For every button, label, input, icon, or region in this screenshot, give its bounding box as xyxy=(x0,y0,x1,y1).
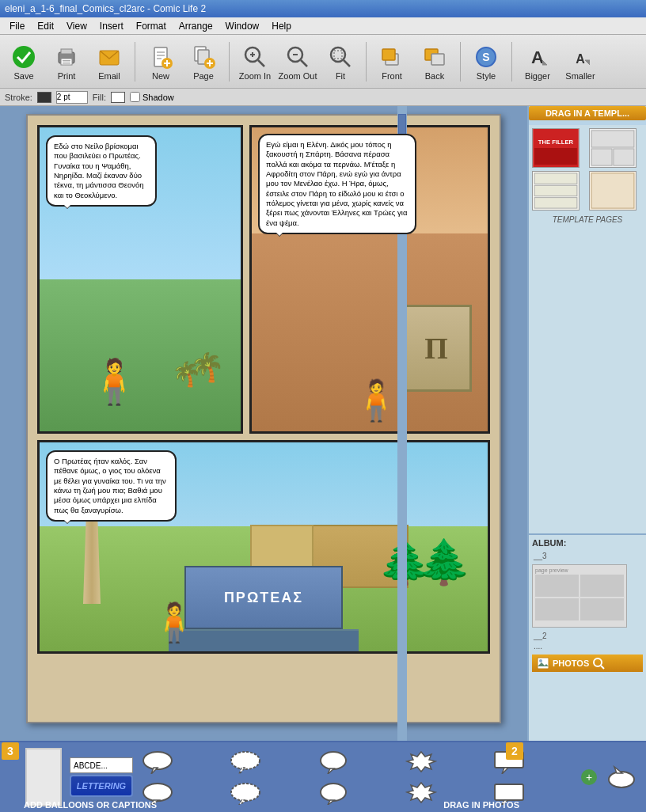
balloon-right-1[interactable] xyxy=(603,763,640,791)
template-thumb-1[interactable]: THE FILLER xyxy=(532,128,580,168)
svg-point-64 xyxy=(143,784,172,801)
sep2 xyxy=(229,42,230,82)
svg-rect-3 xyxy=(61,59,72,65)
svg-point-66 xyxy=(231,784,260,801)
zoom-out-button[interactable]: Zoom Out xyxy=(277,38,318,85)
balloon-dashed-1[interactable] xyxy=(227,748,264,776)
album-page-preview[interactable]: page preview xyxy=(532,564,627,628)
save-button[interactable]: Save xyxy=(3,38,44,85)
shadow-checkbox[interactable] xyxy=(130,92,140,102)
blank-panel-box[interactable] xyxy=(25,748,62,806)
menu-format[interactable]: Format xyxy=(130,19,173,33)
svg-point-53 xyxy=(594,658,602,666)
template-thumb-2[interactable] xyxy=(589,128,636,168)
speech-bubble-2[interactable]: Εγώ είμαι η Ελένη. Δικός μου τόπος η ξακ… xyxy=(258,134,416,234)
page-icon xyxy=(189,43,218,71)
balloon-dashed-2[interactable] xyxy=(227,779,264,807)
fill-label: Fill: xyxy=(93,93,106,102)
fill-color-swatch[interactable] xyxy=(111,92,125,103)
svg-text:A: A xyxy=(576,52,585,66)
shadow-label: Shadow xyxy=(142,93,174,102)
email-button[interactable]: Email xyxy=(89,38,130,85)
balloon-spiky-2[interactable] xyxy=(403,779,439,807)
svg-point-0 xyxy=(13,46,35,68)
section-number-3: 3 xyxy=(2,742,19,760)
style-button[interactable]: S Style xyxy=(466,38,507,85)
smaller-icon: A xyxy=(566,43,595,71)
add-balloons-label: ADD BALLOONS OR CAPTIONS xyxy=(24,800,157,810)
balloon-round-2[interactable] xyxy=(315,779,352,807)
panel-bottom[interactable]: Ο Πρωτέας ήταν καλός. Σαν πέθανε όμως, ο… xyxy=(37,440,490,654)
svg-marker-70 xyxy=(407,783,435,803)
stroke-color-swatch[interactable] xyxy=(37,92,51,103)
add-balloon-button[interactable]: + xyxy=(581,769,597,785)
fit-button[interactable]: Fit xyxy=(320,38,361,85)
palm-tree-2: 🌴 xyxy=(172,360,201,388)
panel-top-left[interactable]: Εδώ στο Νείλο βρίσκομαι που βασιλεύει ο … xyxy=(37,125,243,434)
svg-rect-71 xyxy=(495,784,523,800)
drag-template-header: DRAG IN A TEMPL... xyxy=(529,106,646,120)
template-thumb-4[interactable] xyxy=(589,171,636,211)
figure-helen: 🧍 xyxy=(352,378,401,423)
svg-point-59 xyxy=(321,752,346,769)
album-section: ALBUM: __3 page preview __2 .... xyxy=(529,535,646,741)
template-thumb-3[interactable] xyxy=(532,171,580,211)
album-item-3[interactable]: .... xyxy=(532,641,643,651)
menu-window[interactable]: Window xyxy=(219,19,266,33)
balloon-round-1[interactable] xyxy=(315,748,352,776)
blank-panel-container xyxy=(25,748,66,806)
balloon-spiky-1[interactable] xyxy=(403,748,439,776)
svg-rect-30 xyxy=(382,49,395,60)
album-item-2[interactable]: __2 xyxy=(532,631,643,641)
svg-point-55 xyxy=(143,752,172,769)
drag-photos-label: DRAG IN PHOTOS xyxy=(443,800,519,810)
panel-row-bottom: Ο Πρωτέας ήταν καλός. Σαν πέθανε όμως, ο… xyxy=(37,440,490,654)
menu-edit[interactable]: Edit xyxy=(31,19,60,33)
svg-rect-4 xyxy=(63,60,70,62)
shadow-checkbox-container[interactable]: Shadow xyxy=(130,92,174,102)
bigger-button[interactable]: A Bigger xyxy=(517,38,558,85)
menu-help[interactable]: Help xyxy=(265,19,298,33)
smaller-button[interactable]: A Smaller xyxy=(560,38,601,85)
building-2 xyxy=(250,525,314,572)
speech-bubble-1[interactable]: Εδώ στο Νείλο βρίσκομαι που βασιλεύει ο … xyxy=(46,135,157,207)
svg-rect-2 xyxy=(61,49,72,54)
menu-insert[interactable]: Insert xyxy=(93,19,130,33)
balloon-oval-1[interactable] xyxy=(139,748,176,776)
print-button[interactable]: Print xyxy=(46,38,87,85)
back-button[interactable]: Back xyxy=(414,38,455,85)
svg-line-22 xyxy=(258,60,264,66)
panel-top-right[interactable]: Εγώ είμαι η Ελένη. Δικός μου τόπος η ξακ… xyxy=(249,125,490,434)
template-grid: THE FILLER xyxy=(532,128,643,211)
lettering-box: LETTERING xyxy=(70,757,133,797)
canvas-area[interactable]: Εδώ στο Νείλο βρίσκομαι που βασιλεύει ο … xyxy=(0,106,527,741)
panel-row-top: Εδώ στο Νείλο βρίσκομαι που βασιλεύει ο … xyxy=(37,125,490,434)
svg-text:THE FILLER: THE FILLER xyxy=(538,138,574,146)
album-item-1[interactable]: __3 xyxy=(532,551,643,561)
speech-bubble-3[interactable]: Ο Πρωτέας ήταν καλός. Σαν πέθανε όμως, ο… xyxy=(46,450,177,522)
svg-text:S: S xyxy=(482,51,489,63)
svg-marker-63 xyxy=(502,768,508,774)
front-icon xyxy=(378,43,406,71)
zoom-in-button[interactable]: Zoom In xyxy=(234,38,276,85)
svg-point-68 xyxy=(321,784,346,801)
right-panel: DRAG IN A TEMPL... THE FILLER xyxy=(527,106,646,741)
figure-left-panel: 🧍 xyxy=(87,356,142,408)
svg-marker-61 xyxy=(407,752,435,772)
page-button[interactable]: Page xyxy=(183,38,224,85)
new-button[interactable]: New xyxy=(140,38,181,85)
menu-view[interactable]: View xyxy=(60,19,93,33)
photos-bar[interactable]: PHOTOS xyxy=(532,655,643,672)
fit-icon xyxy=(326,43,355,71)
menu-bar: File Edit View Insert Format Arrange Win… xyxy=(0,17,646,35)
cypress-2: 🌲 xyxy=(417,537,472,588)
monument-body: ΠΡΩΤΕΑΣ xyxy=(184,566,343,629)
abcde-input[interactable] xyxy=(70,757,133,773)
svg-point-57 xyxy=(231,752,260,769)
menu-file[interactable]: File xyxy=(3,19,31,33)
menu-arrange[interactable]: Arrange xyxy=(173,19,219,33)
svg-rect-46 xyxy=(534,185,577,195)
stroke-size-input[interactable]: 2 pt xyxy=(56,91,88,104)
front-button[interactable]: Front xyxy=(371,38,412,85)
templates-section: THE FILLER xyxy=(529,125,646,535)
